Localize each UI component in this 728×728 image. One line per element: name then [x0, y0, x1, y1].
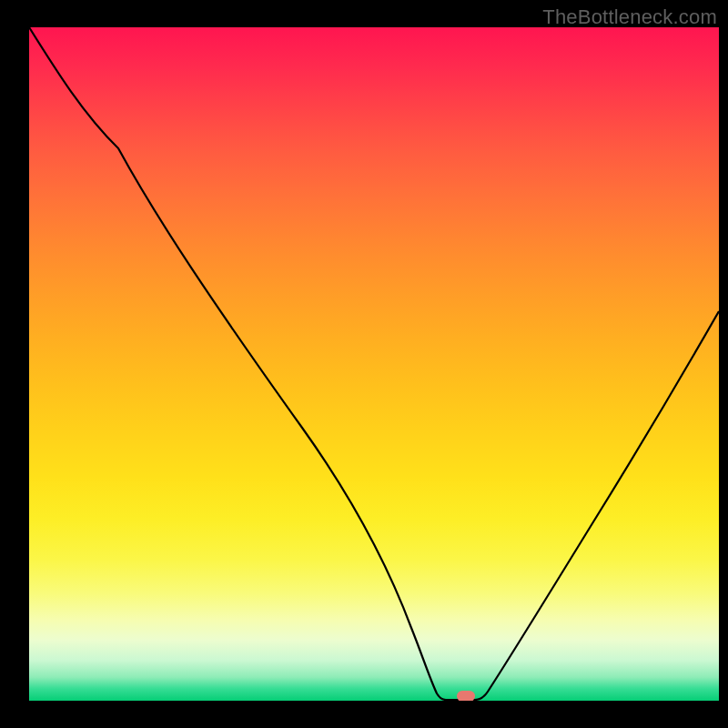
optimal-marker: [457, 691, 475, 701]
curve-layer: [29, 27, 719, 701]
watermark-text: TheBottleneck.com: [542, 5, 717, 29]
chart-frame: TheBottleneck.com: [0, 0, 728, 728]
plot-area: [29, 27, 719, 701]
bottleneck-curve: [29, 27, 719, 700]
